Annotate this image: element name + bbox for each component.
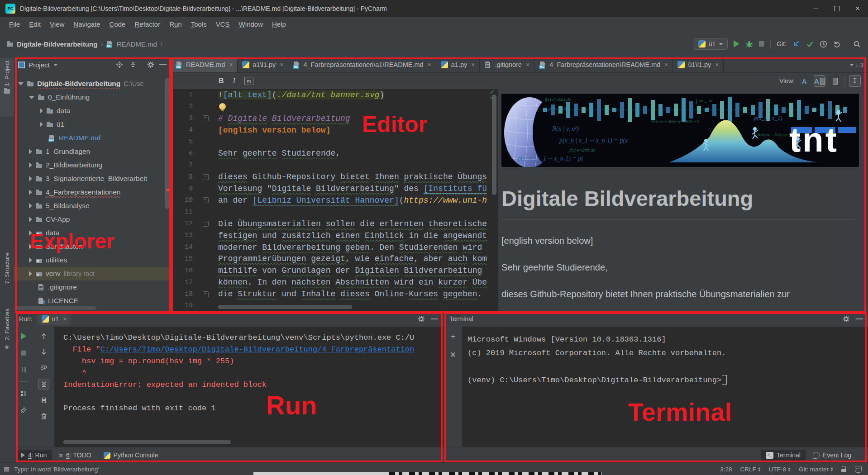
line-number[interactable]: 3 xyxy=(171,114,196,122)
status-item-git-master[interactable]: Git: master xyxy=(799,466,833,473)
editor-hscrollbar[interactable] xyxy=(218,305,352,309)
sidebar-item-favorites[interactable]: 2: Favorites ★ xyxy=(0,306,14,370)
view-preview-only-button[interactable] xyxy=(830,76,840,86)
tree-expand-arrow[interactable] xyxy=(29,162,32,168)
hector-inspections-icon[interactable] xyxy=(855,466,862,473)
tree-item[interactable]: data xyxy=(14,104,171,118)
sidebar-item-project[interactable]: 1: Project xyxy=(0,58,14,117)
tree-expand-arrow[interactable] xyxy=(29,176,32,181)
settings-gear-button[interactable] xyxy=(146,60,156,70)
tree-item[interactable]: .gitignore xyxy=(14,280,171,294)
close-session-button[interactable]: ✕ xyxy=(450,350,456,360)
tree-expand-arrow[interactable] xyxy=(29,217,32,222)
editor-tab[interactable]: MDREADME.md× xyxy=(171,57,238,72)
breadcrumb-project[interactable]: Digitale-Bildverarbeitung xyxy=(17,40,97,48)
menu-navigate[interactable]: Navigate xyxy=(69,19,105,29)
line-number[interactable]: 18 xyxy=(171,290,196,298)
restore-layout-button[interactable] xyxy=(19,389,29,399)
menu-tools[interactable]: Tools xyxy=(186,19,211,29)
tree-expand-arrow[interactable] xyxy=(18,82,24,86)
debug-button[interactable] xyxy=(745,40,753,48)
hide-panel-button[interactable]: — xyxy=(856,315,863,323)
tree-item[interactable]: ?LICENCE xyxy=(14,294,171,308)
tree-expand-arrow[interactable] xyxy=(40,122,43,127)
editor-tab[interactable]: a1.py× xyxy=(436,57,480,72)
tree-item[interactable]: 5_Bildanalyse xyxy=(14,199,171,213)
tree-expand-arrow[interactable] xyxy=(40,108,43,114)
tree-item[interactable]: MDREADME.md xyxy=(14,131,171,145)
fold-marker[interactable]: − xyxy=(203,197,209,203)
tree-expand-arrow[interactable] xyxy=(29,149,32,154)
close-icon[interactable]: × xyxy=(526,61,529,68)
close-icon[interactable]: × xyxy=(280,61,283,68)
menu-vcs[interactable]: VCS xyxy=(211,19,234,29)
tree-expand-arrow[interactable] xyxy=(29,96,34,99)
status-item-crlf[interactable]: CRLF xyxy=(740,466,760,473)
line-number[interactable]: 11 xyxy=(171,208,196,216)
collapse-all-button[interactable] xyxy=(128,60,138,70)
lock-icon[interactable] xyxy=(841,466,847,472)
line-number[interactable]: 4 xyxy=(171,126,196,134)
fold-marker[interactable]: − xyxy=(203,221,209,227)
view-split-button[interactable]: A xyxy=(814,75,825,87)
maximize-button[interactable] xyxy=(826,0,847,17)
terminal-prompt[interactable]: (venv) C:\Users\Timo\Desktop\Digitale-Bi… xyxy=(467,374,868,387)
tree-item[interactable]: Sandkasten xyxy=(14,240,171,253)
tool-windows-toggle-icon[interactable]: ▦ xyxy=(4,466,10,473)
status-message[interactable]: Typo: In word 'Bildverarbeitung' xyxy=(14,466,99,473)
fold-marker[interactable]: − xyxy=(203,115,209,121)
tree-expand-arrow[interactable] xyxy=(29,271,32,276)
down-stack-trace-button[interactable] xyxy=(39,347,49,357)
run-tab[interactable]: ü1 × xyxy=(37,313,72,325)
editor-tab[interactable]: MD4_Farbrepräsentationen\a1\README.md× xyxy=(288,57,436,72)
close-button[interactable]: × xyxy=(847,0,868,17)
tree-item[interactable]: 2_Bildbearbeitung xyxy=(14,158,171,172)
up-stack-trace-button[interactable] xyxy=(39,331,49,341)
tree-expand-arrow[interactable] xyxy=(29,203,32,209)
bold-button[interactable]: B xyxy=(219,77,224,85)
code-button[interactable]: m xyxy=(244,77,253,85)
view-editor-only-button[interactable]: A xyxy=(799,76,810,86)
line-number[interactable]: 17 xyxy=(171,279,196,286)
menu-view[interactable]: View xyxy=(45,19,69,29)
tree-item[interactable]: utilities xyxy=(14,253,171,267)
italic-button[interactable]: I xyxy=(233,77,235,85)
code-editor[interactable]: 1![alt text](./data/tnt_banner.svg)23−# … xyxy=(171,89,498,311)
menu-file[interactable]: File xyxy=(5,19,24,29)
line-number[interactable]: 14 xyxy=(171,243,196,251)
console-hscrollbar[interactable] xyxy=(63,440,231,444)
line-number[interactable]: 2 xyxy=(171,103,196,110)
menu-run[interactable]: Run xyxy=(165,19,186,29)
run-configuration-select[interactable]: ü1 xyxy=(694,38,728,50)
stack-trace-link[interactable]: C:/Users/Timo/Desktop/Digitale-Bildverar… xyxy=(100,345,415,354)
tree-expand-arrow[interactable] xyxy=(29,257,32,263)
soft-wrap-button[interactable] xyxy=(39,363,49,373)
chevron-down-icon[interactable] xyxy=(53,64,58,66)
git-commit-button[interactable] xyxy=(806,40,814,48)
toolwindow-button-terminal[interactable]: >_Terminal xyxy=(761,450,806,461)
history-button[interactable] xyxy=(820,40,827,48)
minimize-button[interactable]: ─ xyxy=(806,0,826,17)
toolwindow-button-4-run[interactable]: 4: Run xyxy=(16,450,52,461)
tree-item[interactable]: 1_Grundlagen xyxy=(14,145,171,158)
editor-tab[interactable]: ü1\l1.py× xyxy=(673,57,724,72)
editor-scrollbar[interactable] xyxy=(492,95,496,195)
tree-item[interactable]: 4_Farbrepräsentationen xyxy=(14,185,171,199)
search-everywhere-button[interactable] xyxy=(853,40,861,48)
tree-item[interactable]: data xyxy=(14,226,171,240)
breadcrumb-file[interactable]: README.md xyxy=(117,40,157,48)
auto-scroll-preview-button[interactable]: ↧ xyxy=(849,75,861,87)
editor-tab[interactable]: a1\l1.py× xyxy=(238,57,288,72)
menu-code[interactable]: Code xyxy=(105,19,130,29)
line-number[interactable]: 8 xyxy=(171,173,196,181)
terminal-output[interactable]: Microsoft Windows [Version 10.0.18363.13… xyxy=(462,327,868,447)
hide-panel-button[interactable]: — xyxy=(431,315,438,323)
menu-edit[interactable]: Edit xyxy=(24,19,45,29)
rollback-button[interactable] xyxy=(833,40,841,48)
pin-tab-button[interactable] xyxy=(19,405,29,415)
line-number[interactable]: 9 xyxy=(171,185,196,193)
print-button[interactable] xyxy=(39,395,49,405)
close-icon[interactable]: × xyxy=(664,61,668,68)
close-icon[interactable]: × xyxy=(471,61,475,68)
status-item-utf-8[interactable]: UTF-8 xyxy=(769,466,791,473)
